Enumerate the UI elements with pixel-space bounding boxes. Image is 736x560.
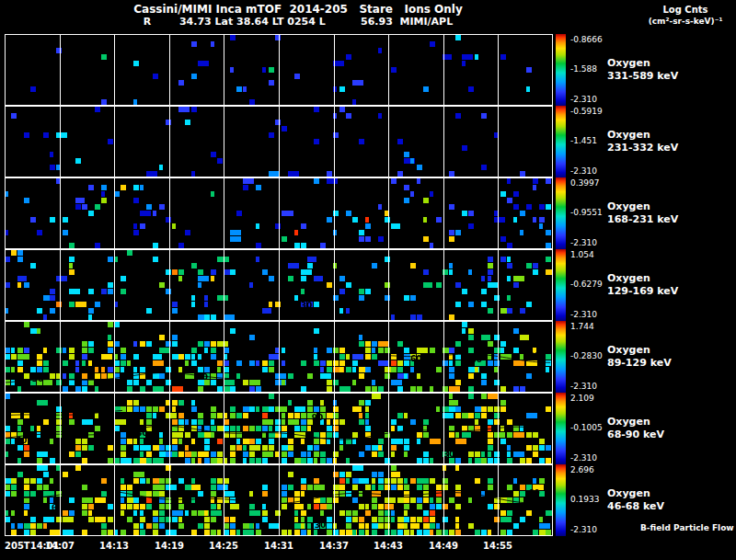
- x-tick-label: 14:31: [264, 541, 293, 551]
- colorbar-min-label: -2.310: [570, 525, 597, 534]
- spectrogram-row-0: [5, 34, 553, 106]
- colorbar-max-label: 1.744: [570, 322, 594, 331]
- spectrogram-row-5: [5, 393, 553, 464]
- row-species-label: Oxygen: [607, 344, 650, 356]
- colorbar-5: [556, 393, 566, 464]
- colorbar-1: [556, 106, 566, 177]
- x-tick-label: 14:43: [374, 541, 403, 551]
- row-species-label: Oxygen: [607, 200, 650, 212]
- row-energy-label: 89-129 keV: [607, 357, 672, 369]
- colorbar-max-label: 1.054: [570, 250, 594, 259]
- plot-subtitle: R 34.73 Lat 38.64 LT 0254 L 56.93 MIMI/A…: [0, 16, 596, 28]
- spectrogram-row-2: [5, 177, 553, 249]
- log-cnts-units: (cm²-sr-s-keV)⁻¹: [638, 16, 733, 28]
- x-tick-label: 14:07: [45, 541, 75, 551]
- row-species-label: Oxygen: [607, 129, 650, 141]
- log-cnts-label: Log Cnts: [638, 4, 733, 16]
- row-energy-label: 168-231 keV: [607, 213, 678, 225]
- row-energy-label: 231-332 keV: [607, 142, 678, 154]
- row-energy-label: 331-589 keV: [607, 70, 678, 82]
- spectrogram-row-4: [5, 321, 553, 393]
- colorbar-mid-label: -1.588: [570, 64, 597, 74]
- spectrogram-row-3: [5, 249, 553, 321]
- colorbar-title: Log Cnts (cm²-sr-s-keV)⁻¹: [638, 4, 733, 28]
- row-energy-label: 46-68 keV: [607, 500, 664, 512]
- colorbar-max-label: 0.3997: [570, 178, 600, 188]
- colorbar-mid-label: -0.9551: [570, 208, 603, 217]
- colorbar-3: [556, 249, 566, 321]
- colorbar-min-label: -2.310: [570, 95, 597, 104]
- colorbar-mid-label: -0.2830: [570, 351, 603, 360]
- x-tick-label: 14:25: [209, 541, 238, 551]
- colorbar-max-label: -0.5919: [570, 107, 603, 116]
- colorbar-min-label: -2.310: [570, 238, 597, 247]
- cassini-mimi-spectrogram-screen: Cassini/MIMI Inca mTOF 2014-205 Stare Io…: [0, 0, 736, 560]
- spectrogram-row-1: [5, 106, 553, 177]
- colorbar-mid-label: 0.1933: [570, 495, 600, 504]
- colorbar-min-label: -2.310: [570, 310, 597, 319]
- colorbar-mid-label: -0.1005: [570, 423, 603, 432]
- row-species-label: Oxygen: [607, 272, 650, 284]
- spectrogram-row-6: [5, 464, 553, 536]
- colorbar-min-label: -2.310: [570, 453, 597, 463]
- colorbar-4: [556, 321, 566, 393]
- b-field-particle-flow-label: B-field Particle Flow: [640, 523, 734, 532]
- row-species-label: Oxygen: [607, 487, 650, 499]
- plot-title: Cassini/MIMI Inca mTOF 2014-205 Stare Io…: [0, 3, 596, 16]
- x-tick-label: 14:37: [319, 541, 349, 551]
- colorbar-mid-label: -0.6279: [570, 280, 603, 289]
- row-energy-label: 129-169 keV: [607, 285, 678, 297]
- colorbar-2: [556, 177, 566, 249]
- colorbar-max-label: 2.109: [570, 394, 594, 403]
- row-species-label: Oxygen: [607, 57, 650, 69]
- colorbar-max-label: -0.8666: [570, 35, 603, 44]
- colorbar-6: [556, 464, 566, 536]
- colorbar-0: [556, 34, 566, 106]
- x-tick-label: 14:49: [429, 541, 458, 551]
- colorbar-min-label: -2.310: [570, 166, 597, 176]
- x-tick-label: 14:13: [99, 541, 129, 551]
- colorbar-min-label: -2.310: [570, 382, 597, 391]
- colorbar-mid-label: -1.451: [570, 136, 597, 145]
- row-species-label: Oxygen: [607, 416, 650, 428]
- x-tick-label: 14:19: [155, 541, 184, 551]
- row-energy-label: 68-90 keV: [607, 429, 664, 440]
- colorbar-max-label: 2.696: [570, 465, 594, 474]
- x-tick-label: 14:55: [483, 541, 512, 551]
